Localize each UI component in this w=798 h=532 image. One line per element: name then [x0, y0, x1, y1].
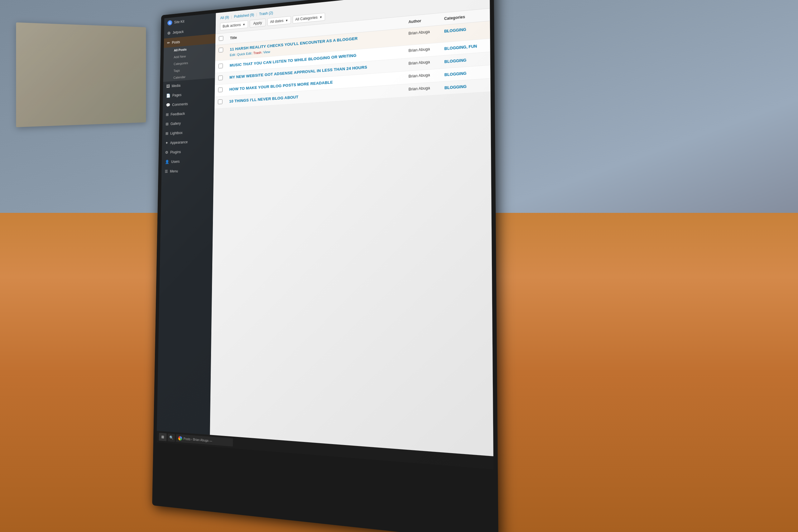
author-cell-5: Brian Abuga — [405, 82, 440, 97]
menu-icon: ☰ — [165, 169, 168, 174]
posts-icon: ✏ — [167, 40, 170, 45]
category-link-1[interactable]: BLOGGING — [444, 27, 466, 33]
bulk-actions-select[interactable]: Bulk actions ▼ — [220, 20, 248, 31]
lightbox-icon: ⊞ — [166, 131, 169, 136]
dates-select[interactable]: All dates ▼ — [267, 16, 291, 26]
pages-icon: 📄 — [166, 93, 171, 98]
gallery-icon: ⊞ — [166, 122, 169, 126]
sidebar-item-menu[interactable]: ☰ Menu — [162, 165, 214, 176]
screen: G Site Kit ⊕ Jetpack ✏ Posts All Posts — [156, 0, 493, 469]
appearance-icon: ✦ — [165, 140, 168, 145]
row-checkbox-4[interactable] — [215, 84, 226, 97]
taskbar-search[interactable]: 🔍 — [168, 434, 175, 442]
author-cell-1: Brian Abuga — [405, 25, 440, 45]
monitor-frame: G Site Kit ⊕ Jetpack ✏ Posts All Posts — [152, 0, 498, 532]
sidebar-item-label: Plugins — [170, 150, 181, 154]
published-filter-link[interactable]: Published (9) — [234, 13, 255, 19]
view-link-1[interactable]: View — [263, 50, 270, 54]
categories-chevron: ▼ — [320, 15, 323, 19]
desk-item-tray — [16, 22, 146, 127]
trash-link-1[interactable]: Trash — [253, 51, 262, 55]
category-link-5[interactable]: BLOGGING — [444, 84, 467, 90]
posts-submenu: All Posts Add New Categories Tags Calend… — [163, 43, 215, 82]
apply-button[interactable]: Apply — [250, 18, 266, 27]
trash-filter-link[interactable]: Trash (2) — [259, 11, 273, 16]
row-checkbox-3[interactable] — [215, 72, 226, 85]
category-link-4[interactable]: BLOGGING — [444, 71, 467, 77]
users-icon: 👤 — [165, 159, 169, 164]
sidebar-item-label: Pages — [172, 93, 182, 97]
sidebar-item-label: Site Kit — [174, 19, 184, 24]
category-link-2[interactable]: BLOGGING, FUN — [444, 44, 477, 51]
main-content: All (9) | Published (9) | Trash (2) — [210, 0, 493, 456]
sidebar-item-label: Posts — [172, 40, 180, 44]
sidebar-item-label: Lightbox — [170, 131, 183, 135]
categories-select[interactable]: All Categories ▼ — [292, 13, 325, 24]
taskbar-chrome-btn[interactable]: Posts ‹ Brian Abuga — — [176, 434, 233, 446]
filter-separator-1: | — [231, 15, 232, 19]
sidebar-item-label: Jetpack — [173, 30, 184, 35]
sidebar-item-label: Users — [171, 159, 179, 164]
row-checkbox-2[interactable] — [215, 60, 226, 73]
sidebar-item-label: Menu — [170, 169, 178, 173]
start-button[interactable]: ⊞ — [159, 433, 167, 441]
bulk-actions-label: Bulk actions — [223, 23, 241, 29]
dates-label: All dates — [270, 19, 283, 24]
sidebar: G Site Kit ⊕ Jetpack ✏ Posts All Posts — [157, 13, 216, 435]
media-icon: 🖼 — [166, 84, 170, 89]
row-checkbox-1[interactable] — [215, 44, 227, 61]
chrome-icon — [178, 436, 182, 441]
checkbox-header[interactable] — [215, 33, 227, 45]
sidebar-item-label: Appearance — [170, 140, 188, 145]
category-link-3[interactable]: BLOGGING — [444, 58, 466, 64]
select-all-checkbox[interactable] — [219, 36, 224, 41]
all-posts-filter-link[interactable]: All (9) — [220, 15, 230, 20]
sidebar-item-label: Feedback — [171, 112, 185, 117]
feedback-icon: ⊞ — [166, 112, 169, 117]
comments-icon: 💬 — [166, 103, 170, 108]
sidebar-item-label: Gallery — [171, 121, 181, 126]
jetpack-icon: ⊕ — [167, 30, 171, 36]
filter-separator-2: | — [256, 13, 257, 17]
sitekit-icon: G — [167, 20, 172, 25]
row-checkbox-5[interactable] — [214, 96, 226, 109]
taskbar-label: Posts ‹ Brian Abuga — — [184, 437, 212, 442]
sidebar-item-label: Media — [172, 83, 180, 88]
bulk-actions-chevron: ▼ — [243, 23, 245, 26]
sidebar-item-label: Comments — [172, 101, 188, 107]
edit-link-1[interactable]: Edit — [230, 53, 235, 57]
categories-label: All Categories — [295, 15, 318, 21]
quick-edit-link-1[interactable]: Quick Edit — [237, 52, 251, 56]
plugins-icon: ⚙ — [165, 150, 169, 155]
dates-chevron: ▼ — [285, 19, 288, 22]
